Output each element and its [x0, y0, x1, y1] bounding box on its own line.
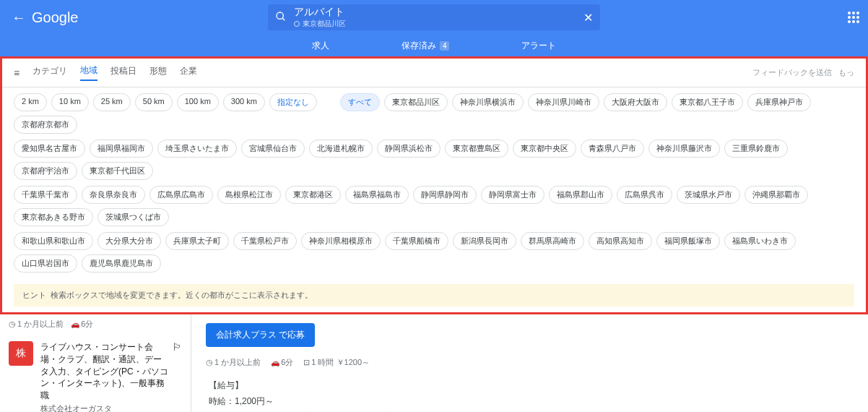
city-chip[interactable]: 千葉県松戸市: [233, 232, 297, 250]
distance-chip[interactable]: 50 km: [135, 93, 173, 111]
city-chip[interactable]: 宮城県仙台市: [241, 140, 305, 158]
apps-icon[interactable]: [848, 12, 859, 23]
city-chip[interactable]: 兵庫県神戸市: [747, 93, 811, 111]
city-chip[interactable]: 島根県松江市: [217, 186, 281, 204]
city-chip[interactable]: 東京都あきる野市: [14, 208, 93, 226]
city-chip[interactable]: 茨城県水戸市: [677, 186, 740, 204]
city-chip[interactable]: 広島県呉市: [617, 186, 672, 204]
filter-category[interactable]: カテゴリ: [32, 65, 67, 80]
search-box[interactable]: アルバイト 東京都品川区 ✕: [268, 4, 600, 30]
city-chip[interactable]: 神奈川県相模原市: [301, 232, 381, 250]
city-chip[interactable]: 大阪府大阪市: [604, 93, 667, 111]
back-arrow-icon[interactable]: ←: [12, 9, 26, 26]
city-chip[interactable]: 京都府京都市: [14, 116, 77, 134]
city-chip[interactable]: 京都府宇治市: [14, 162, 77, 180]
city-chip[interactable]: 東京都八王子市: [672, 93, 743, 111]
city-chip[interactable]: 青森県八戸市: [581, 140, 644, 158]
tab-alerts[interactable]: アラート: [521, 40, 556, 52]
city-chip[interactable]: 千葉県船橋市: [385, 232, 448, 250]
filter-posted[interactable]: 投稿日: [110, 65, 136, 80]
job-company: 株式会社オーガスタ: [40, 403, 182, 412]
clock-icon: 1 か月以上前: [9, 319, 64, 330]
city-chip[interactable]: 北海道札幌市: [309, 140, 373, 158]
city-chip[interactable]: 福島県福島市: [345, 186, 409, 204]
city-chip[interactable]: 埼玉県さいたま市: [157, 140, 237, 158]
city-chip[interactable]: 静岡県静岡市: [413, 186, 477, 204]
job-card[interactable]: 株 ライブハウス・コンサート会場・クラブ、翻訳・通訳、データ入力、タイピング(P…: [0, 334, 191, 412]
job-title: ライブハウス・コンサート会場・クラブ、翻訳・通訳、データ入力、タイピング(PC・…: [40, 341, 182, 402]
distance-none-chip[interactable]: 指定なし: [269, 93, 317, 111]
city-chip[interactable]: 東京都千代田区: [82, 162, 153, 180]
feedback-link[interactable]: フィードバックを送信 もっ: [752, 67, 854, 78]
filter-company[interactable]: 企業: [180, 65, 197, 80]
tab-saved[interactable]: 保存済み 4: [402, 40, 450, 52]
sliders-icon[interactable]: ≡: [14, 67, 19, 79]
list-meta: 1 か月以上前 6分: [0, 314, 191, 334]
city-chip[interactable]: 茨城県つくば市: [97, 208, 169, 226]
filter-region[interactable]: 地域: [80, 64, 97, 81]
detail-body: 【給与】 時給：1,200円～ ※上記は業務未経験・日商簿記2級をお持ちの方の給…: [209, 378, 854, 412]
city-chip[interactable]: 沖縄県那覇市: [745, 186, 808, 204]
all-chip[interactable]: すべて: [340, 93, 380, 111]
search-icon: [275, 11, 287, 25]
apply-button[interactable]: 会計求人プラス で応募: [206, 323, 315, 347]
city-chip[interactable]: 神奈川県藤沢市: [648, 140, 720, 158]
hint-bar: ヒント検索ボックスで地域を変更できます。近くの都市がここに表示されます。: [14, 284, 854, 306]
tab-jobs[interactable]: 求人: [312, 40, 329, 52]
distance-chip[interactable]: 100 km: [177, 93, 219, 111]
google-logo: Google: [32, 9, 79, 26]
detail-meta: 1 か月以上前 6分 1 時間 ￥1200～: [206, 357, 854, 368]
city-chip[interactable]: 和歌山県和歌山市: [14, 232, 93, 250]
distance-chip[interactable]: 300 km: [223, 93, 265, 111]
search-query: アルバイト: [294, 6, 583, 19]
distance-chip[interactable]: 10 km: [51, 93, 89, 111]
svg-point-0: [277, 12, 283, 19]
city-chip[interactable]: 東京都豊島区: [445, 140, 508, 158]
city-chip[interactable]: 東京都品川区: [384, 93, 448, 111]
bookmark-icon[interactable]: 🏳: [172, 341, 182, 353]
filter-type[interactable]: 形態: [149, 65, 167, 80]
distance-chip[interactable]: 2 km: [14, 93, 47, 111]
distance-chip[interactable]: 25 km: [93, 93, 131, 111]
car-icon: 6分: [71, 319, 93, 330]
city-chip[interactable]: 東京都中央区: [513, 140, 576, 158]
city-chip[interactable]: 広島県広島市: [149, 186, 213, 204]
svg-line-1: [282, 18, 285, 20]
city-chip[interactable]: 福岡県飯塚市: [656, 232, 720, 250]
city-chip[interactable]: 兵庫県太子町: [165, 232, 229, 250]
city-chip[interactable]: 鹿児島県鹿児島市: [82, 254, 161, 272]
search-location: 東京都品川区: [294, 19, 583, 29]
city-chip[interactable]: 奈良県奈良市: [82, 186, 145, 204]
city-chip[interactable]: 大分県大分市: [97, 232, 161, 250]
city-chip[interactable]: 福岡県福岡市: [90, 140, 153, 158]
city-chip[interactable]: 静岡県富士市: [481, 186, 544, 204]
clear-icon[interactable]: ✕: [583, 11, 593, 25]
city-chip[interactable]: 三重県鈴鹿市: [724, 140, 788, 158]
city-chip[interactable]: 千葉県千葉市: [14, 186, 77, 204]
city-chip[interactable]: 高知県高知市: [589, 232, 652, 250]
city-chip[interactable]: 東京都港区: [285, 186, 341, 204]
city-chip[interactable]: 山口県岩国市: [14, 254, 77, 272]
city-chip[interactable]: 福島県いわき市: [724, 232, 796, 250]
city-chip[interactable]: 福島県郡山市: [549, 186, 612, 204]
city-chip[interactable]: 群馬県高崎市: [521, 232, 584, 250]
city-chip[interactable]: 神奈川県横浜市: [452, 93, 524, 111]
city-chip[interactable]: 愛知県名古屋市: [14, 140, 85, 158]
city-chip[interactable]: 新潟県長岡市: [453, 232, 516, 250]
job-logo: 株: [9, 341, 33, 366]
city-chip[interactable]: 神奈川県川崎市: [528, 93, 599, 111]
city-chip[interactable]: 静岡県浜松市: [377, 140, 440, 158]
